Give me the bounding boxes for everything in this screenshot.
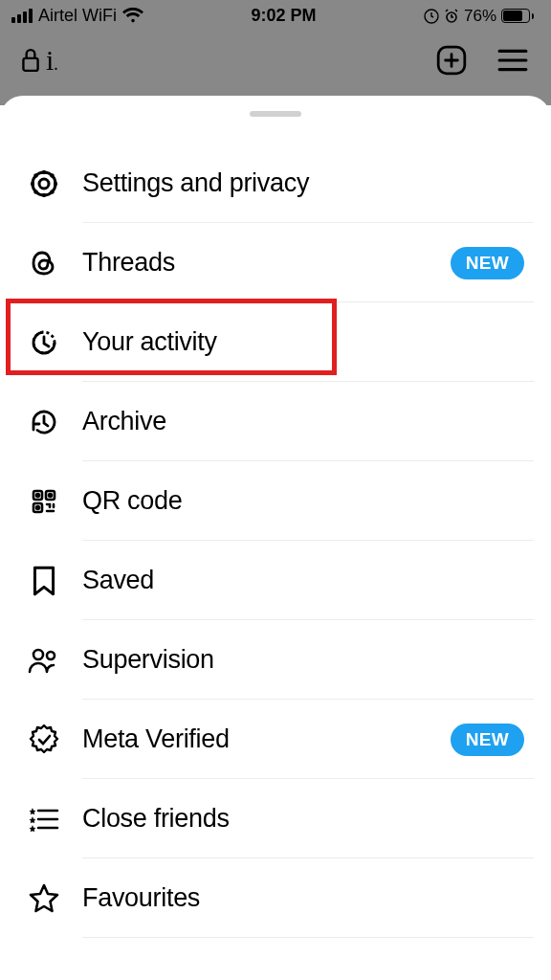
- menu-label: Favourites: [82, 883, 200, 913]
- new-badge: NEW: [451, 247, 524, 279]
- menu-saved[interactable]: Saved: [0, 541, 551, 620]
- menu-button[interactable]: [496, 43, 530, 78]
- signal-icon: [11, 9, 33, 23]
- settings-icon: [27, 167, 61, 201]
- svg-point-11: [36, 494, 39, 497]
- menu-label: Threads: [82, 248, 175, 278]
- menu-archive[interactable]: Archive: [0, 382, 551, 461]
- clock: 9:02 PM: [251, 6, 316, 26]
- battery-percent: 76%: [464, 7, 496, 26]
- verified-icon: [27, 723, 61, 757]
- menu-supervision[interactable]: Supervision: [0, 620, 551, 700]
- menu-favourites[interactable]: Favourites: [0, 858, 551, 938]
- qr-icon: [27, 484, 61, 519]
- menu-label: Settings and privacy: [82, 168, 309, 198]
- menu-your-activity[interactable]: Your activity: [0, 302, 551, 382]
- carrier-label: Airtel WiFi: [38, 6, 117, 26]
- svg-rect-2: [23, 58, 37, 71]
- archive-icon: [27, 405, 61, 439]
- menu-label: Archive: [82, 407, 166, 436]
- menu-label: Saved: [82, 566, 154, 595]
- drag-handle[interactable]: [250, 111, 301, 117]
- saved-icon: [27, 564, 61, 598]
- svg-point-13: [36, 506, 39, 509]
- menu-meta-verified[interactable]: Meta Verified NEW: [0, 700, 551, 779]
- lock-icon: [21, 48, 40, 73]
- svg-point-15: [47, 652, 55, 659]
- menu-label: QR code: [82, 486, 182, 516]
- svg-point-14: [33, 650, 43, 659]
- menu-label: Supervision: [82, 645, 214, 675]
- create-button[interactable]: [434, 43, 469, 78]
- menu-settings[interactable]: Settings and privacy: [0, 144, 551, 223]
- alarm-icon: [444, 9, 459, 24]
- menu-sheet: Settings and privacy Threads NEW Your ac…: [0, 96, 551, 980]
- close-friends-icon: [27, 802, 61, 836]
- profile-username[interactable]: i.: [21, 44, 58, 77]
- favourites-icon: [27, 881, 61, 916]
- new-badge: NEW: [451, 724, 524, 756]
- activity-icon: [27, 325, 61, 360]
- menu-label: Your activity: [82, 327, 217, 357]
- profile-header: i.: [0, 30, 551, 87]
- status-bar: Airtel WiFi 9:02 PM 76%: [0, 0, 551, 30]
- svg-point-5: [39, 179, 49, 189]
- menu-threads[interactable]: Threads NEW: [0, 223, 551, 302]
- svg-point-12: [49, 494, 52, 497]
- menu-qr-code[interactable]: QR code: [0, 461, 551, 541]
- supervision-icon: [27, 643, 61, 678]
- threads-icon: [27, 246, 61, 280]
- wifi-icon: [122, 8, 143, 25]
- battery-icon: [501, 9, 534, 23]
- menu-close-friends[interactable]: Close friends: [0, 779, 551, 858]
- orientation-lock-icon: [424, 9, 439, 24]
- menu-label: Close friends: [82, 804, 230, 834]
- menu-label: Meta Verified: [82, 724, 230, 754]
